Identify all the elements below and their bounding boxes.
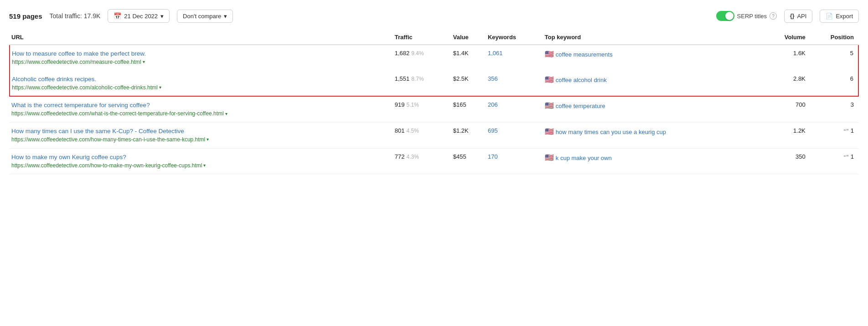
- url-text: https://www.coffeedetective.com/what-is-…: [11, 110, 224, 118]
- page-title-link[interactable]: How to measure coffee to make the perfec…: [12, 50, 390, 58]
- traffic-cell: 9195.1%: [395, 96, 453, 122]
- traffic-percent: 9.4%: [411, 50, 424, 57]
- table-row: How many times can I use the same K-Cup?…: [10, 123, 858, 149]
- keywords-cell: 170: [488, 148, 545, 174]
- traffic-number: 1,682: [395, 50, 410, 57]
- keywords-link[interactable]: 170: [488, 153, 498, 160]
- traffic-cell: 7724.3%: [395, 148, 453, 174]
- position-cell: 5: [810, 45, 858, 71]
- url-cell: Alcoholic coffee drinks recipes.https://…: [10, 71, 395, 97]
- table-row: How to make my own Keurig coffee cups?ht…: [10, 148, 858, 174]
- col-header-traffic: Traffic: [395, 30, 453, 45]
- export-button[interactable]: 📄 Export: [820, 10, 859, 23]
- traffic-percent: 5.1%: [406, 102, 418, 108]
- col-header-value: Value: [453, 30, 488, 45]
- position-cell: ❝❞1: [810, 148, 858, 174]
- url-arrow-icon: ▾: [225, 111, 227, 117]
- page-title-link[interactable]: How to make my own Keurig coffee cups?: [11, 153, 390, 162]
- traffic-percent: 4.3%: [406, 154, 418, 160]
- traffic-number: 1,551: [395, 75, 410, 82]
- top-keyword-cell: 🇺🇸how many times can you use a keurig cu…: [545, 123, 766, 149]
- url-text: https://www.coffeedetective.com/measure-…: [12, 58, 141, 66]
- api-icon: {}: [790, 13, 794, 19]
- compare-label: Don't compare: [183, 13, 221, 20]
- keywords-cell: 206: [488, 96, 545, 122]
- url-cell: How many times can I use the same K-Cup?…: [10, 123, 395, 149]
- traffic-number: 801: [395, 127, 405, 134]
- flag-icon: 🇺🇸: [545, 127, 554, 136]
- traffic-percent: 8.7%: [411, 76, 424, 82]
- position-number: 1: [851, 127, 854, 134]
- position-number: 1: [851, 153, 854, 160]
- serp-titles-group: SERP titles ?: [716, 11, 777, 21]
- top-keyword-link[interactable]: k cup make your own: [556, 155, 612, 161]
- flag-icon: 🇺🇸: [545, 50, 554, 58]
- url-arrow-icon: ▾: [203, 162, 206, 169]
- url-text: https://www.coffeedetective.com/how-many…: [11, 136, 205, 144]
- date-picker-button[interactable]: 📅 21 Dec 2022 ▾: [108, 9, 170, 23]
- page-title-link[interactable]: How many times can I use the same K-Cup?…: [11, 127, 390, 136]
- keywords-link[interactable]: 206: [488, 101, 498, 108]
- serp-titles-toggle[interactable]: [716, 11, 734, 21]
- calendar-icon: 📅: [114, 12, 121, 20]
- export-icon: 📄: [826, 13, 833, 20]
- table-row: How to measure coffee to make the perfec…: [10, 45, 858, 71]
- help-icon[interactable]: ?: [770, 12, 777, 20]
- traffic-info: Total traffic: 17.9K: [50, 12, 101, 20]
- page-url: https://www.coffeedetective.com/how-to-m…: [11, 162, 390, 170]
- position-cell: ❝❞1: [810, 123, 858, 149]
- traffic-percent: 4.5%: [406, 128, 418, 134]
- url-cell: How to make my own Keurig coffee cups?ht…: [10, 148, 395, 174]
- traffic-cell: 1,5518.7%: [395, 71, 453, 97]
- value-cell: $165: [453, 96, 488, 122]
- quote-icon: ❝❞: [843, 128, 849, 134]
- page-title-link[interactable]: Alcoholic coffee drinks recipes.: [12, 75, 390, 84]
- page-url: https://www.coffeedetective.com/how-many…: [11, 136, 390, 144]
- top-keyword-cell: 🇺🇸coffee measurements: [545, 45, 766, 71]
- top-keyword-link[interactable]: coffee measurements: [556, 51, 613, 58]
- flag-icon: 🇺🇸: [545, 75, 554, 84]
- url-cell: What is the correct temperature for serv…: [10, 96, 395, 122]
- url-arrow-icon: ▾: [143, 59, 145, 65]
- top-keyword-link[interactable]: how many times can you use a keurig cup: [556, 129, 666, 135]
- page-url: https://www.coffeedetective.com/alcoholi…: [12, 84, 390, 92]
- volume-cell: 2.8K: [766, 71, 810, 97]
- toggle-track: [716, 11, 734, 21]
- url-text: https://www.coffeedetective.com/how-to-m…: [11, 162, 202, 170]
- page-url: https://www.coffeedetective.com/what-is-…: [11, 110, 390, 118]
- pages-count: 519 pages: [9, 12, 42, 20]
- value-cell: $2.5K: [453, 71, 488, 97]
- keywords-link[interactable]: 1,061: [488, 50, 503, 57]
- page-title-link[interactable]: What is the correct temperature for serv…: [11, 101, 390, 110]
- volume-cell: 700: [766, 96, 810, 122]
- pages-table: URL Traffic Value Keywords Top keyword V…: [9, 30, 859, 174]
- value-cell: $1.4K: [453, 45, 488, 71]
- value-cell: $1.2K: [453, 123, 488, 149]
- top-bar-right: SERP titles ? {} API 📄 Export: [716, 10, 859, 23]
- keywords-link[interactable]: 356: [488, 75, 498, 82]
- top-keyword-cell: 🇺🇸coffee alcohol drink: [545, 71, 766, 97]
- value-cell: $455: [453, 148, 488, 174]
- api-button[interactable]: {} API: [784, 10, 812, 23]
- traffic-number: 772: [395, 153, 405, 160]
- volume-cell: 1.2K: [766, 123, 810, 149]
- table-row: What is the correct temperature for serv…: [10, 96, 858, 122]
- col-header-keywords: Keywords: [488, 30, 545, 45]
- top-keyword-link[interactable]: coffee temperature: [556, 103, 605, 109]
- url-text: https://www.coffeedetective.com/alcoholi…: [12, 84, 158, 92]
- keywords-link[interactable]: 695: [488, 127, 498, 134]
- top-keyword-cell: 🇺🇸k cup make your own: [545, 148, 766, 174]
- api-label: API: [797, 13, 806, 20]
- chevron-down-icon: ▾: [224, 13, 227, 20]
- compare-button[interactable]: Don't compare ▾: [177, 10, 233, 23]
- top-keyword-cell: 🇺🇸coffee temperature: [545, 96, 766, 122]
- top-keyword-link[interactable]: coffee alcohol drink: [556, 77, 607, 83]
- url-arrow-icon: ▾: [207, 136, 209, 143]
- export-label: Export: [836, 13, 853, 20]
- keywords-cell: 356: [488, 71, 545, 97]
- keywords-cell: 695: [488, 123, 545, 149]
- date-label: 21 Dec 2022: [124, 13, 158, 20]
- toggle-thumb: [725, 12, 734, 20]
- col-header-top-keyword: Top keyword: [545, 30, 766, 45]
- keywords-cell: 1,061: [488, 45, 545, 71]
